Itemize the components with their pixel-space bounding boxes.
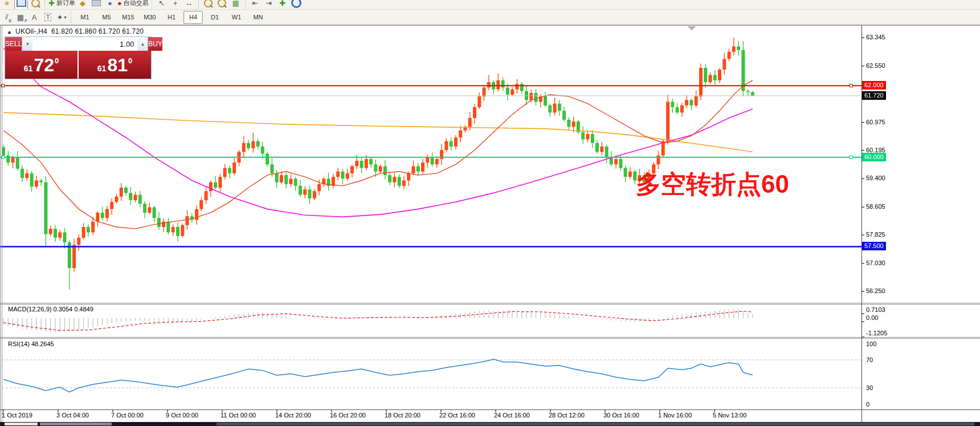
rsi-line — [3, 359, 753, 392]
date-tick-label: 1 Oct 2019 — [2, 412, 32, 419]
ohlc-values: 61.820 61.860 61.720 61.720 — [51, 27, 144, 35]
date-tick-label: 11 Oct 00:00 — [220, 412, 256, 419]
chart-shift-marker-icon[interactable] — [687, 26, 696, 30]
rsi-tick-label: 100 — [866, 340, 876, 347]
ask-price-big: 81 — [107, 56, 128, 74]
taskbar-item[interactable] — [40, 423, 112, 425]
volume-input[interactable] — [32, 37, 137, 51]
collapse-panel-arrow[interactable]: ▲ — [7, 29, 12, 35]
macd-signal-line — [3, 311, 753, 331]
rsi-tick-label: 70 — [866, 356, 873, 363]
price-tick-label: 57.825 — [866, 231, 885, 238]
date-tick-label: 18 Oct 20:00 — [385, 412, 420, 419]
ask-price-prefix: 61 — [97, 64, 107, 73]
sell-button[interactable]: SELL — [5, 37, 22, 51]
date-tick-label: 3 Oct 04:00 — [56, 412, 89, 419]
date-tick-label: 28 Oct 12:00 — [549, 412, 585, 419]
macd-tick-label: -1.1205 — [866, 330, 887, 336]
taskbar-strip[interactable] — [0, 422, 980, 426]
bid-price[interactable]: 61720 — [5, 51, 77, 79]
price-badge-61.720: 61.720 — [862, 91, 886, 100]
price-tick-label: 60.975 — [866, 119, 885, 125]
price-tick-label: 62.550 — [866, 62, 885, 69]
date-tick-label: 5 Nov 13:00 — [713, 412, 746, 419]
chart-title: ▲UKOil-,H4 61.820 61.860 61.720 61.720 — [7, 27, 144, 35]
ma-red-line — [3, 80, 753, 229]
taskbar-item[interactable] — [5, 423, 38, 425]
rsi-tick-label: 0 — [866, 401, 869, 408]
price-tick-label: 57.030 — [866, 259, 885, 266]
price-badge-60.000: 60.000 — [862, 153, 886, 161]
mt4-window: ★✚新订单◆●●自动交易↖+↔▦⇤⇥✚ ⫽E▦FAT✦▾M1M5M15M30H1… — [0, 0, 980, 426]
line-handle[interactable] — [850, 156, 853, 159]
taskbar-item[interactable] — [217, 423, 974, 425]
hline-62.000[interactable] — [0, 84, 861, 87]
chart-text-annotation: 多空转折点60 — [636, 168, 789, 201]
line-handle[interactable] — [850, 84, 853, 87]
price-tick-label: 63.345 — [866, 34, 885, 40]
date-tick-label: 14 Oct 20:00 — [275, 412, 311, 419]
macd-tick-label: 0.00 — [866, 314, 878, 321]
price-badge-57.500: 57.500 — [862, 242, 886, 250]
date-tick-label: 16 Oct 20:00 — [330, 412, 366, 419]
macd-panel-title: MACD(12,26,9) 0.3054 0.4849 — [8, 306, 93, 313]
price-tick-label: 56.250 — [866, 287, 885, 294]
date-tick-label: 9 Oct 00:00 — [166, 412, 198, 419]
volume-decrease-button[interactable]: ▼ — [22, 37, 32, 51]
bid-price-prefix: 61 — [24, 64, 33, 73]
date-tick-label: 1 Nov 16:00 — [658, 412, 692, 419]
ask-price[interactable]: 61810 — [79, 51, 151, 79]
price-badge-62.000: 62.000 — [862, 81, 886, 90]
date-tick-label: 7 Oct 00:00 — [111, 412, 144, 419]
macd-tick-label: 0.7103 — [866, 306, 885, 313]
price-tick-label: 59.400 — [866, 175, 885, 181]
date-tick-label: 24 Oct 16:00 — [494, 412, 530, 419]
volume-increase-button[interactable]: ▲ — [137, 37, 148, 51]
date-tick-label: 22 Oct 16:00 — [439, 412, 475, 419]
ma-orange-line — [3, 112, 753, 152]
bid-price-big: 72 — [34, 56, 54, 74]
rsi-tick-label: 30 — [866, 384, 873, 391]
ask-price-sup: 0 — [128, 56, 132, 65]
date-tick-label: 30 Oct 16:00 — [603, 412, 639, 419]
rsi-panel-title: RSI(14) 48.2645 — [8, 340, 54, 347]
symbol-timeframe-label: UKOil-,H4 — [15, 27, 47, 35]
one-click-trading-panel: SELL ▼ ▲ BUY 61720 61810 — [5, 36, 152, 79]
bid-price-sup: 0 — [55, 56, 59, 65]
buy-button[interactable]: BUY — [148, 37, 162, 51]
price-tick-label: 58.605 — [866, 203, 885, 210]
macd-histogram — [3, 309, 753, 332]
